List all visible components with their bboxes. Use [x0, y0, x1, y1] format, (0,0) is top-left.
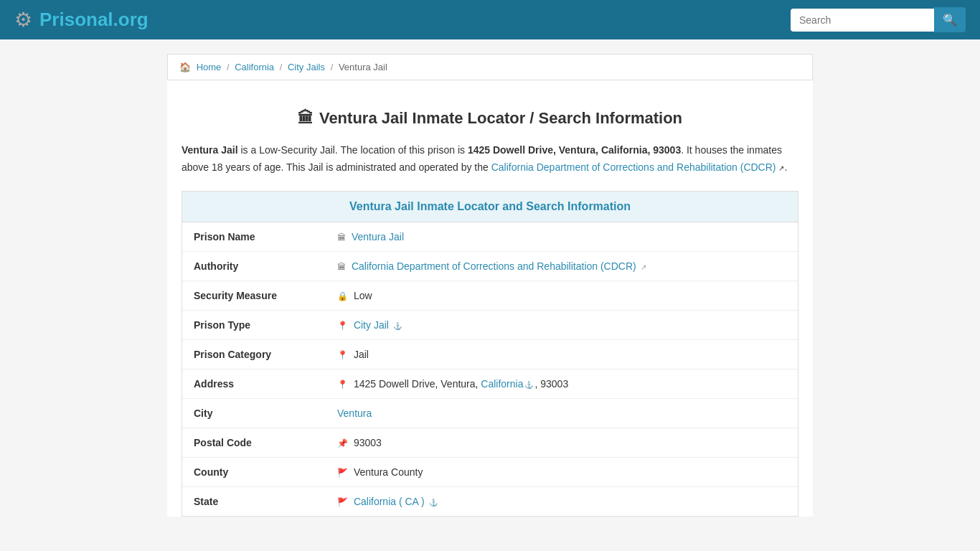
- value-prison-category: 📍 Jail: [326, 339, 798, 369]
- prison-name-bold: Ventura Jail: [182, 144, 238, 156]
- search-area: 🔍: [791, 7, 966, 32]
- table-row: Prison Type 📍 City Jail ⚓: [182, 310, 798, 339]
- county-value: Ventura County: [354, 466, 423, 478]
- search-button[interactable]: 🔍: [934, 7, 966, 32]
- security-value: Low: [354, 290, 372, 301]
- prison-icon: 🏛: [298, 109, 314, 127]
- home-icon: 🏠: [179, 62, 191, 72]
- table-row: City Ventura: [182, 398, 798, 428]
- table-row: Security Measure 🔒 Low: [182, 281, 798, 310]
- state-anchor: ⚓: [429, 499, 438, 507]
- prison-category-value: Jail: [354, 349, 369, 360]
- prison-type-link[interactable]: City Jail: [354, 319, 389, 331]
- authority-table-link[interactable]: California Department of Corrections and…: [352, 260, 636, 272]
- label-city: City: [182, 398, 326, 428]
- logo-text: Prisonal.org: [39, 9, 149, 31]
- address-icon: 📍: [337, 380, 348, 390]
- breadcrumb-sep2: /: [280, 62, 283, 72]
- value-state: 🚩 California ( CA ) ⚓: [326, 486, 798, 516]
- postal-icon: 📌: [337, 438, 348, 448]
- breadcrumb-current: Ventura Jail: [339, 62, 387, 72]
- prison-type-anchor: ⚓: [393, 322, 402, 330]
- description: Ventura Jail is a Low-Security Jail. The…: [167, 135, 813, 191]
- state-icon: 🚩: [337, 497, 348, 507]
- value-prison-type: 📍 City Jail ⚓: [326, 310, 798, 339]
- label-state: State: [182, 486, 326, 516]
- label-county: County: [182, 457, 326, 486]
- info-table-body: Prison Name 🏛 Ventura Jail Authority 🏛 C…: [182, 222, 798, 516]
- info-section-header: Ventura Jail Inmate Locator and Search I…: [182, 192, 798, 222]
- description-paragraph: Ventura Jail is a Low-Security Jail. The…: [182, 142, 798, 176]
- value-postal: 📌 93003: [326, 428, 798, 457]
- address-state-link[interactable]: California: [481, 378, 523, 390]
- logo-name: Prisonal: [39, 9, 113, 30]
- authority-icon: 🏛: [337, 262, 346, 272]
- address-bold: 1425 Dowell Drive, Ventura, California, …: [468, 144, 681, 156]
- breadcrumb-sep3: /: [331, 62, 334, 72]
- table-row: County 🚩 Ventura County: [182, 457, 798, 486]
- prison-name-link[interactable]: Ventura Jail: [352, 231, 404, 242]
- value-city: Ventura: [326, 398, 798, 428]
- table-row: Prison Name 🏛 Ventura Jail: [182, 222, 798, 252]
- address-text: 1425 Dowell Drive, Ventura,: [354, 378, 481, 390]
- logo-icon: ⚙: [14, 8, 32, 32]
- desc-part4: .: [784, 161, 787, 173]
- address-anchor: ⚓: [524, 381, 533, 389]
- value-prison-name: 🏛 Ventura Jail: [326, 222, 798, 252]
- breadcrumb-city-jails[interactable]: City Jails: [288, 62, 325, 72]
- label-address: Address: [182, 369, 326, 398]
- security-icon: 🔒: [337, 291, 348, 301]
- county-icon: 🚩: [337, 468, 348, 478]
- label-prison-category: Prison Category: [182, 339, 326, 369]
- city-link[interactable]: Ventura: [337, 408, 372, 419]
- breadcrumb: 🏠 Home / California / City Jails / Ventu…: [167, 54, 813, 80]
- authority-link[interactable]: California Department of Corrections and…: [491, 161, 776, 173]
- address-zip: , 93003: [534, 378, 568, 390]
- breadcrumb-home[interactable]: Home: [197, 62, 222, 72]
- authority-ext-icon: ↗: [641, 263, 646, 271]
- label-prison-name: Prison Name: [182, 222, 326, 252]
- prison-cat-icon: 📍: [337, 350, 348, 360]
- logo-tld: .org: [113, 9, 149, 30]
- label-authority: Authority: [182, 251, 326, 281]
- header: ⚙ Prisonal.org 🔍: [0, 0, 980, 39]
- info-section: Ventura Jail Inmate Locator and Search I…: [182, 191, 798, 517]
- table-row: Postal Code 📌 93003: [182, 428, 798, 457]
- table-row: Authority 🏛 California Department of Cor…: [182, 251, 798, 281]
- value-security: 🔒 Low: [326, 281, 798, 310]
- label-security: Security Measure: [182, 281, 326, 310]
- breadcrumb-sep1: /: [227, 62, 230, 72]
- page-title-area: 🏛Ventura Jail Inmate Locator / Search In…: [167, 95, 813, 135]
- logo-area: ⚙ Prisonal.org: [14, 8, 149, 32]
- value-county: 🚩 Ventura County: [326, 457, 798, 486]
- label-postal: Postal Code: [182, 428, 326, 457]
- prison-type-icon: 📍: [337, 321, 348, 331]
- main-content: 🏠 Home / California / City Jails / Ventu…: [167, 54, 813, 517]
- value-authority: 🏛 California Department of Corrections a…: [326, 251, 798, 281]
- table-row: Prison Category 📍 Jail: [182, 339, 798, 369]
- prison-name-icon: 🏛: [337, 232, 346, 242]
- postal-value: 93003: [354, 437, 382, 448]
- label-prison-type: Prison Type: [182, 310, 326, 339]
- breadcrumb-california[interactable]: California: [235, 62, 274, 72]
- state-link[interactable]: California ( CA ): [354, 496, 425, 507]
- search-input[interactable]: [791, 9, 934, 32]
- table-row: Address 📍 1425 Dowell Drive, Ventura, Ca…: [182, 369, 798, 398]
- page-title: 🏛Ventura Jail Inmate Locator / Search In…: [182, 109, 798, 128]
- table-row: State 🚩 California ( CA ) ⚓: [182, 486, 798, 516]
- value-address: 📍 1425 Dowell Drive, Ventura, California…: [326, 369, 798, 398]
- info-table: Prison Name 🏛 Ventura Jail Authority 🏛 C…: [182, 222, 798, 516]
- desc-part2: is a Low-Security Jail. The location of …: [238, 144, 468, 156]
